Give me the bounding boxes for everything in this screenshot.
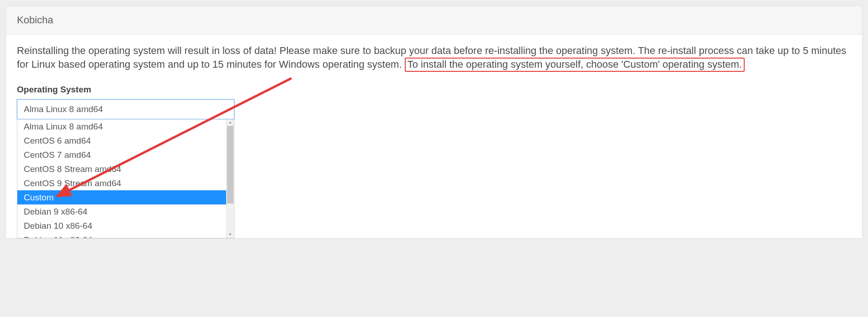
panel-title: Kobicha [6, 6, 862, 35]
os-option[interactable]: Custom [17, 190, 234, 204]
warning-highlighted: To install the operating system yourself… [405, 58, 745, 72]
main-panel: Kobicha Reinstalling the operating syste… [5, 5, 863, 239]
os-select-wrap: Alma Linux 8 amd64 Alma Linux 8 amd64Cen… [17, 99, 234, 238]
warning-text: Reinstalling the operating system will r… [17, 44, 851, 71]
os-option[interactable]: CentOS 8 Stream amd64 [17, 162, 234, 176]
os-dropdown: Alma Linux 8 amd64CentOS 6 amd64CentOS 7… [17, 119, 234, 238]
panel-body: Reinstalling the operating system will r… [6, 35, 862, 238]
scroll-down-icon[interactable]: ▼ [227, 231, 234, 238]
os-option[interactable]: Alma Linux 8 amd64 [17, 119, 234, 134]
os-option[interactable]: Debian 9 x86-64 [17, 204, 234, 219]
os-option[interactable]: CentOS 9 Stream amd64 [17, 176, 234, 190]
scrollbar[interactable]: ▲ ▼ [226, 119, 234, 238]
scroll-up-icon[interactable]: ▲ [227, 119, 234, 126]
os-dropdown-list: Alma Linux 8 amd64CentOS 6 amd64CentOS 7… [17, 119, 234, 238]
os-option[interactable]: Debian 11 x86-64 [17, 233, 234, 238]
os-select[interactable]: Alma Linux 8 amd64 [17, 99, 234, 119]
scrollbar-thumb[interactable] [227, 126, 233, 204]
os-option[interactable]: CentOS 7 amd64 [17, 148, 234, 162]
os-option[interactable]: CentOS 6 amd64 [17, 134, 234, 148]
os-field-label: Operating System [17, 85, 851, 95]
os-option[interactable]: Debian 10 x86-64 [17, 219, 234, 233]
